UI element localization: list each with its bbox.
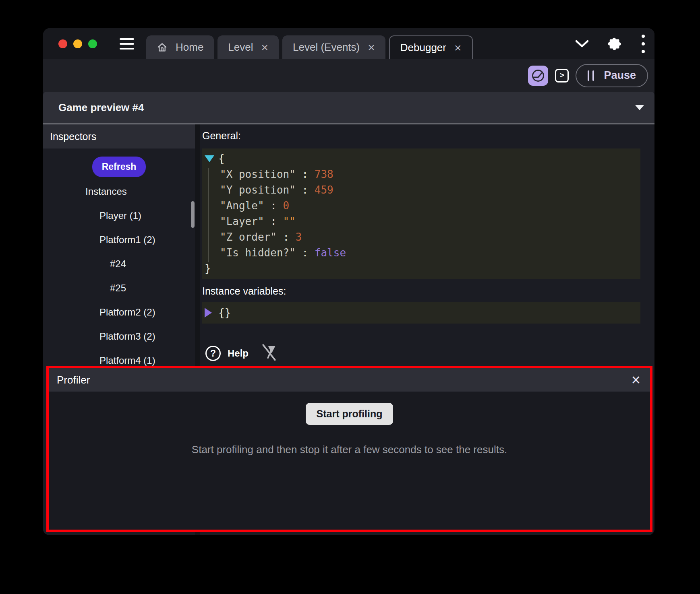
help-label[interactable]: Help <box>228 348 249 359</box>
tab-debugger[interactable]: Debugger × <box>389 35 473 59</box>
close-tab-icon[interactable]: × <box>261 41 269 54</box>
json-value: 738 <box>315 167 333 182</box>
profiler-panel: Profiler × Start profiling Start profili… <box>46 366 652 532</box>
profiler-gauge-icon[interactable] <box>528 66 548 86</box>
tab-bar: Home Level × Level (Events) × Debugger × <box>43 28 654 59</box>
json-key: "Angle" <box>220 198 264 214</box>
tab-home[interactable]: Home <box>146 35 214 59</box>
profiler-title: Profiler <box>57 374 90 386</box>
debugger-toolbar: > Pause <box>43 59 654 92</box>
game-preview-title: Game preview #4 <box>58 101 144 114</box>
close-tab-icon[interactable]: × <box>454 42 462 54</box>
refresh-button[interactable]: Refresh <box>92 157 146 177</box>
tab-level[interactable]: Level × <box>217 35 279 59</box>
json-key: "Is hidden?" <box>220 245 296 261</box>
expander-expanded-icon[interactable] <box>205 155 214 162</box>
tree-scrollbar-thumb[interactable] <box>191 201 195 228</box>
instance-variables-label: Instance variables: <box>202 285 640 297</box>
tree-item[interactable]: #25 <box>43 276 195 300</box>
tree-item[interactable]: Platform2 (2) <box>43 300 195 324</box>
json-colon: : <box>296 245 315 261</box>
tree-item[interactable]: Platform1 (2) <box>43 228 195 252</box>
json-colon: : <box>296 167 315 182</box>
profiler-hint-text: Start profiling and then stop it after a… <box>192 443 507 456</box>
json-root-row: { <box>204 151 636 167</box>
tree-item[interactable]: Platform3 (2) <box>43 324 195 349</box>
tree-item[interactable]: Player (1) <box>43 204 195 228</box>
close-tab-icon[interactable]: × <box>368 41 375 54</box>
json-value: 3 <box>296 229 302 245</box>
tab-label: Level (Events) <box>293 41 360 54</box>
unpin-slash-icon[interactable] <box>261 343 278 364</box>
maximize-window-button[interactable] <box>88 39 97 48</box>
json-key: "Z order" <box>220 229 277 245</box>
console-icon[interactable]: > <box>555 69 569 82</box>
json-entry-row: "Angle" : 0 <box>204 198 636 214</box>
json-close-brace: } <box>205 261 211 276</box>
pause-button[interactable]: Pause <box>576 64 648 87</box>
question-glyph: ? <box>210 348 216 359</box>
close-window-button[interactable] <box>58 39 67 48</box>
general-json-entries: "X position" : 738"Y position" : 459"Ang… <box>204 167 636 261</box>
desktop-background: Home Level × Level (Events) × Debugger × <box>0 0 700 594</box>
home-icon <box>157 42 168 53</box>
collapse-caret-icon[interactable] <box>635 105 644 110</box>
tab-label: Level <box>228 41 253 54</box>
json-entry-row: "Is hidden?" : false <box>204 245 636 261</box>
json-indent-guide <box>208 168 209 262</box>
json-open-brace: { <box>218 151 225 167</box>
json-value: 459 <box>315 182 333 198</box>
tab-bar-actions <box>575 35 645 53</box>
instance-variables-value: {} <box>218 307 231 319</box>
more-options-kebab-icon[interactable] <box>642 35 645 53</box>
help-question-icon[interactable]: ? <box>205 346 221 361</box>
instance-variables-json-view: {} <box>202 302 640 324</box>
window-controls <box>58 39 97 48</box>
json-colon: : <box>264 198 283 214</box>
profiler-body: Start profiling Start profiling and then… <box>49 392 650 530</box>
general-section-label: General: <box>202 130 640 142</box>
json-entry-row: "Z order" : 3 <box>204 229 636 245</box>
tree-item[interactable]: #24 <box>43 252 195 276</box>
json-value: "" <box>283 214 296 229</box>
pause-label: Pause <box>604 69 636 82</box>
pause-icon <box>588 70 594 81</box>
help-row: ? Help <box>202 343 640 364</box>
hamburger-menu-icon[interactable] <box>120 38 134 50</box>
tab-strip: Home Level × Level (Events) × Debugger × <box>146 35 473 59</box>
app-window: Home Level × Level (Events) × Debugger × <box>43 28 654 535</box>
tab-label: Debugger <box>400 41 446 54</box>
game-preview-header[interactable]: Game preview #4 <box>43 92 654 124</box>
json-close-row: } <box>204 261 636 276</box>
json-key: "Y position" <box>220 182 296 198</box>
instances-tree-items: InstancesPlayer (1)Platform1 (2)#24#25Pl… <box>43 179 195 373</box>
inspectors-header: Inspectors <box>43 124 195 148</box>
tree-item[interactable]: Instances <box>43 179 195 204</box>
profiler-header: Profiler × <box>49 368 650 392</box>
minimize-window-button[interactable] <box>73 39 82 48</box>
extensions-puzzle-icon[interactable] <box>608 36 623 52</box>
json-colon: : <box>277 229 296 245</box>
chevron-down-icon[interactable] <box>575 39 589 48</box>
expander-collapsed-icon[interactable] <box>205 308 212 318</box>
general-json-view: { "X position" : 738"Y position" : 459"A… <box>202 148 640 279</box>
json-value: 0 <box>283 198 290 214</box>
json-key: "Layer" <box>220 214 264 229</box>
json-colon: : <box>264 214 283 229</box>
json-entry-row: "Y position" : 459 <box>204 182 636 198</box>
close-profiler-icon[interactable]: × <box>632 372 642 388</box>
json-key: "X position" <box>220 167 296 182</box>
json-entry-row: "X position" : 738 <box>204 167 636 182</box>
console-prompt-glyph: > <box>560 71 564 80</box>
json-value: false <box>315 245 346 261</box>
json-colon: : <box>296 182 315 198</box>
tab-label: Home <box>176 41 203 54</box>
tab-level-events[interactable]: Level (Events) × <box>282 35 385 59</box>
json-entry-row: "Layer" : "" <box>204 214 636 229</box>
start-profiling-button[interactable]: Start profiling <box>306 403 393 425</box>
